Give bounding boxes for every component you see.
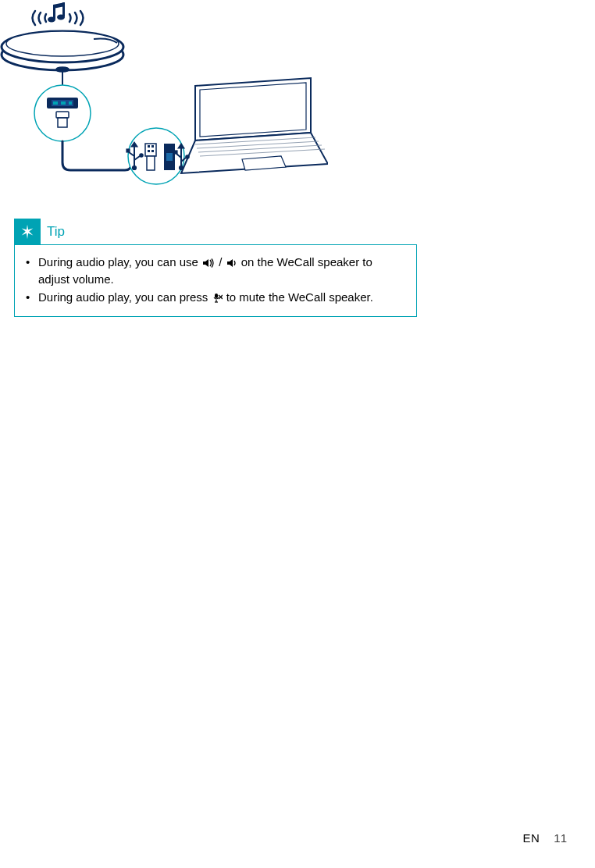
svg-rect-30 <box>151 150 154 152</box>
connection-diagram <box>0 0 328 195</box>
usb-cable <box>62 141 131 170</box>
svg-rect-29 <box>148 150 150 152</box>
usb-micro-plug-icon <box>56 112 69 127</box>
usb-plug-callout <box>126 128 189 184</box>
svg-rect-38 <box>215 293 218 298</box>
footer-page-number: 11 <box>554 831 567 845</box>
volume-down-icon <box>226 256 237 272</box>
tip-label: Tip <box>47 224 65 240</box>
svg-point-3 <box>57 15 65 20</box>
svg-rect-13 <box>61 101 66 105</box>
tip-text: During audio play, you can use <box>38 255 201 269</box>
svg-point-6 <box>6 31 119 56</box>
page-footer: EN11 <box>522 831 567 845</box>
svg-rect-16 <box>58 118 67 127</box>
tip-badge-icon <box>14 219 41 245</box>
usb-port-callout <box>34 70 91 141</box>
laptop-icon <box>181 78 328 173</box>
svg-rect-33 <box>166 153 173 161</box>
svg-rect-28 <box>151 145 154 148</box>
tip-item: During audio play, you can use / on the … <box>24 254 407 288</box>
tip-body: During audio play, you can use / on the … <box>14 244 417 317</box>
svg-rect-36 <box>174 151 177 154</box>
tip-text: to mute the WeCall speaker. <box>223 290 373 304</box>
svg-point-25 <box>140 154 143 157</box>
tip-item: During audio play, you can press to mute… <box>24 290 407 307</box>
laptop-usb-port-icon <box>164 144 175 170</box>
svg-rect-24 <box>126 149 130 152</box>
tip-text: During audio play, you can press <box>38 290 212 304</box>
usb-port-icon <box>47 98 78 108</box>
svg-rect-27 <box>148 145 150 148</box>
svg-rect-31 <box>147 156 155 170</box>
svg-rect-12 <box>53 101 58 105</box>
svg-rect-26 <box>145 144 156 156</box>
tip-box: Tip During audio play, you can use / on … <box>14 219 417 317</box>
music-waves-icon <box>33 2 84 25</box>
usb-plug-icon <box>145 144 156 170</box>
svg-rect-14 <box>69 101 72 105</box>
tip-text: / <box>216 255 226 269</box>
svg-rect-15 <box>56 112 69 118</box>
volume-up-icon <box>202 256 215 272</box>
mic-mute-icon <box>212 291 223 307</box>
footer-language: EN <box>522 831 540 845</box>
svg-point-2 <box>48 17 55 23</box>
svg-point-37 <box>186 155 189 158</box>
wecall-speaker <box>2 31 123 72</box>
